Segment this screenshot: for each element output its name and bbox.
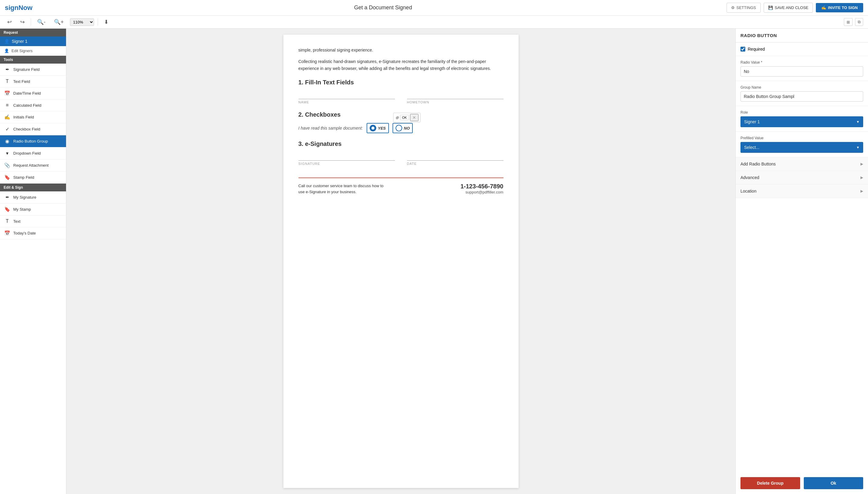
sidebar-item-calculated-field[interactable]: ≡ Calculated Field bbox=[0, 99, 66, 111]
toolbar-right: ⊞ ⧉ bbox=[844, 18, 863, 26]
sidebar-item-my-signature[interactable]: ✒ My Signature bbox=[0, 191, 66, 204]
checkbox-row: I have read this sample document: YES ⊕ … bbox=[299, 123, 504, 133]
person-icon: 👤 bbox=[4, 49, 9, 53]
radio-ok-btn[interactable]: OK bbox=[400, 115, 409, 120]
radio-value-input[interactable] bbox=[740, 66, 863, 77]
edit-signers-button[interactable]: 👤 Edit Signers bbox=[0, 46, 66, 56]
zoom-select[interactable]: 75% 100% 110% 125% 150% 200% bbox=[70, 18, 94, 26]
top-nav: signNow Get a Document Signed ⚙ SETTINGS… bbox=[0, 0, 868, 16]
undo-button[interactable]: ↩ bbox=[5, 18, 14, 26]
hometown-label: HOMETOWN bbox=[407, 100, 504, 104]
user-icon: 👤 bbox=[4, 39, 10, 44]
save-close-button[interactable]: 💾 SAVE AND CLOSE bbox=[764, 3, 813, 13]
required-row: Required bbox=[740, 47, 863, 52]
yes-label: YES bbox=[378, 126, 386, 131]
panel-header: RADIO BUTTON bbox=[736, 28, 868, 42]
name-label: NAME bbox=[299, 100, 395, 104]
sig-line bbox=[299, 152, 395, 160]
save-icon: 💾 bbox=[768, 5, 773, 10]
role-label: Role bbox=[740, 110, 863, 115]
role-section: Role Signer 1 bbox=[736, 106, 868, 132]
move-icon: ⊕ bbox=[395, 115, 399, 120]
date-label: DATE bbox=[407, 162, 504, 166]
text-icon: T bbox=[4, 79, 10, 84]
invite-sign-button[interactable]: ✍ INVITE TO SIGN bbox=[816, 3, 863, 12]
sidebar-item-checkbox-field[interactable]: ✓ Checkbox Field bbox=[0, 123, 66, 135]
dropdown-icon: ▾ bbox=[4, 150, 10, 156]
hometown-field: HOMETOWN bbox=[407, 91, 504, 104]
footer-phone: 1-123-456-7890 bbox=[460, 183, 503, 190]
sidebar-item-signature-field[interactable]: ✒ Signature Field bbox=[0, 63, 66, 76]
zoom-out-button[interactable]: 🔍- bbox=[35, 18, 48, 26]
calendar-icon: 📅 bbox=[4, 91, 10, 96]
signature-icon: ✒ bbox=[4, 66, 10, 72]
radio-close-btn[interactable]: ✕ bbox=[410, 114, 418, 121]
left-sidebar: Request 👤 Signer 1 👤 Edit Signers Tools … bbox=[0, 28, 66, 494]
location-row[interactable]: Location ▶ bbox=[736, 185, 868, 198]
name-line bbox=[299, 91, 395, 99]
radio-yes-widget[interactable]: YES bbox=[366, 123, 389, 133]
sidebar-item-text-field[interactable]: T Text Field bbox=[0, 76, 66, 88]
location-label: Location bbox=[740, 189, 756, 193]
prefilled-select[interactable]: Select... bbox=[740, 142, 863, 153]
main-layout: Request 👤 Signer 1 👤 Edit Signers Tools … bbox=[0, 28, 868, 494]
settings-button[interactable]: ⚙ SETTINGS bbox=[727, 3, 761, 13]
prefilled-select-wrapper: Select... bbox=[740, 142, 863, 153]
sidebar-item-request-attachment[interactable]: 📎 Request Attachment bbox=[0, 159, 66, 171]
redo-button[interactable]: ↪ bbox=[18, 18, 27, 26]
required-section: Required bbox=[736, 42, 868, 56]
footer-left: Call our customer service team to discus… bbox=[299, 183, 384, 195]
radio-no-circle bbox=[396, 125, 402, 131]
request-header: Request bbox=[0, 28, 66, 36]
tools-header: Tools bbox=[0, 56, 66, 63]
my-stamp-icon: 🔖 bbox=[4, 207, 10, 212]
zoom-in-button[interactable]: 🔍+ bbox=[52, 18, 66, 26]
footer-email: support@pdffiller.com bbox=[460, 190, 503, 194]
sidebar-item-text[interactable]: T Text bbox=[0, 215, 66, 227]
role-select[interactable]: Signer 1 bbox=[740, 116, 863, 127]
attachment-icon: 📎 bbox=[4, 163, 10, 168]
prefilled-section: Prefilled Value Select... bbox=[736, 132, 868, 157]
doc-title: Get a Document Signed bbox=[40, 4, 727, 11]
sig-label: SIGNATURE bbox=[299, 162, 395, 166]
my-sig-icon: ✒ bbox=[4, 194, 10, 200]
date-icon: 📅 bbox=[4, 230, 10, 236]
field-row-1: NAME HOMETOWN bbox=[299, 91, 504, 104]
required-checkbox[interactable] bbox=[740, 47, 745, 52]
signature-field-doc: SIGNATURE bbox=[299, 152, 395, 166]
text2-icon: T bbox=[4, 218, 10, 224]
radio-no-widget[interactable]: ⊕ OK ✕ NO bbox=[393, 123, 413, 133]
group-name-input[interactable] bbox=[740, 91, 863, 101]
add-radio-buttons-row[interactable]: Add Radio Buttons ▶ bbox=[736, 157, 868, 171]
view-toggle-button[interactable]: ⊞ bbox=[844, 18, 853, 26]
sidebar-item-my-stamp[interactable]: 🔖 My Stamp bbox=[0, 204, 66, 215]
sidebar-item-todays-date[interactable]: 📅 Today's Date bbox=[0, 227, 66, 239]
panel-title: RADIO BUTTON bbox=[740, 33, 863, 38]
no-label: NO bbox=[404, 126, 410, 131]
section3-title: 3. e-Signatures bbox=[299, 140, 504, 147]
location-arrow: ▶ bbox=[861, 189, 863, 193]
duplicate-button[interactable]: ⧉ bbox=[855, 18, 863, 26]
checkbox-text: I have read this sample document: bbox=[299, 126, 363, 131]
date-field-doc: DATE bbox=[407, 152, 504, 166]
sidebar-item-radio-button-group[interactable]: ◉ Radio Button Group bbox=[0, 135, 66, 147]
sidebar-item-dropdown-field[interactable]: ▾ Dropdown Field bbox=[0, 147, 66, 159]
toolbar-divider bbox=[31, 18, 31, 26]
advanced-row[interactable]: Advanced ▶ bbox=[736, 171, 868, 185]
date-line bbox=[407, 152, 504, 160]
doc-text-1: simple, professional signing experience. bbox=[299, 47, 504, 53]
signer-item[interactable]: 👤 Signer 1 bbox=[0, 36, 66, 46]
download-button[interactable]: ⬇ bbox=[101, 18, 111, 26]
sidebar-item-stamp-field[interactable]: 🔖 Stamp Field bbox=[0, 171, 66, 184]
radio-yes-circle bbox=[370, 125, 376, 131]
ok-button[interactable]: Ok bbox=[804, 477, 864, 489]
delete-group-button[interactable]: Delete Group bbox=[740, 477, 800, 489]
sidebar-item-datetime-field[interactable]: 📅 Date/Time Field bbox=[0, 88, 66, 99]
radio-toolbar: ⊕ OK ✕ bbox=[393, 113, 421, 122]
initials-icon: ✍ bbox=[4, 114, 10, 120]
pen-icon: ✍ bbox=[821, 5, 826, 10]
footer-right: 1-123-456-7890 support@pdffiller.com bbox=[460, 183, 503, 194]
doc-area: simple, professional signing experience.… bbox=[66, 28, 735, 494]
sidebar-item-initials-field[interactable]: ✍ Initials Field bbox=[0, 111, 66, 123]
doc-text-2: Collecting realistic hand-drawn signatur… bbox=[299, 58, 504, 72]
